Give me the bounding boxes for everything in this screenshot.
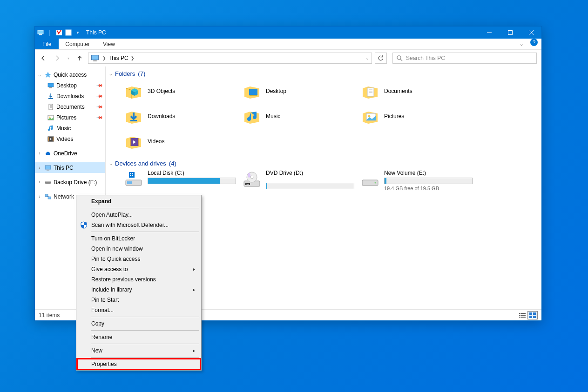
folder-desktop[interactable]: Desktop <box>243 80 359 102</box>
group-folders[interactable]: ⌵ Folders (7) <box>106 66 541 79</box>
tiles-view-button[interactable] <box>527 311 538 319</box>
menu-open-autoplay[interactable]: Open AutoPlay... <box>77 210 200 220</box>
svg-rect-59 <box>521 313 526 314</box>
refresh-button[interactable] <box>375 53 387 64</box>
chevron-right-icon[interactable]: › <box>37 179 42 185</box>
svg-rect-42 <box>138 138 139 146</box>
chevron-down-icon[interactable]: ⌵ <box>109 161 112 166</box>
menu-new[interactable]: New <box>77 345 200 356</box>
ribbon-collapse-icon[interactable]: ⌵ <box>516 39 527 49</box>
pin-icon: 📌 <box>96 103 103 110</box>
folder-icon <box>124 132 143 151</box>
ribbon-tab-computer[interactable]: Computer <box>59 39 96 49</box>
sidebar-item-label: Pictures <box>56 114 76 121</box>
folder-pictures[interactable]: Pictures <box>361 105 477 127</box>
chevron-right-icon[interactable]: › <box>37 165 42 170</box>
svg-rect-15 <box>49 104 53 110</box>
context-menu: ExpandOpen AutoPlay...Scan with Microsof… <box>76 195 202 371</box>
sidebar-item-music[interactable]: Music <box>35 123 105 133</box>
capacity-bar <box>384 178 473 184</box>
ribbon-tab-view[interactable]: View <box>96 39 122 49</box>
menu-scan-with-microsoft-defender[interactable]: Scan with Microsoft Defender... <box>77 220 200 230</box>
svg-rect-23 <box>53 137 54 141</box>
sidebar-item-documents[interactable]: Documents📌 <box>35 101 105 112</box>
search-box[interactable]: Search This PC <box>392 53 537 64</box>
chevron-down-icon[interactable]: ⌵ <box>109 71 112 76</box>
menu-separator <box>91 357 199 358</box>
menu-restore-previous-versions[interactable]: Restore previous versions <box>77 274 200 285</box>
folder-label: 3D Objects <box>148 88 175 94</box>
menu-turn-on-bitlocker[interactable]: Turn on BitLocker <box>77 233 200 244</box>
sidebar-item-pictures[interactable]: Pictures📌 <box>35 112 105 123</box>
close-button[interactable] <box>520 27 541 39</box>
menu-give-access-to[interactable]: Give access to <box>77 264 200 274</box>
sidebar-backup-drive[interactable]: › Backup Drive (F:) <box>35 177 105 187</box>
qat-separator: | <box>46 29 54 36</box>
help-icon[interactable]: ? <box>530 39 538 46</box>
forward-button[interactable] <box>52 53 63 64</box>
drive-label: New Volume (E:) <box>384 170 473 176</box>
folder-documents[interactable]: Documents <box>361 80 477 102</box>
sidebar-onedrive[interactable]: › OneDrive <box>35 148 105 159</box>
svg-point-39 <box>368 115 371 118</box>
up-button[interactable] <box>74 53 85 64</box>
menu-rename[interactable]: Rename <box>77 332 200 342</box>
folder-music[interactable]: Music <box>243 105 359 127</box>
chevron-right-icon[interactable]: › <box>37 151 42 156</box>
address-bar[interactable]: ❯ This PC ❯ ⌵ <box>88 53 372 64</box>
svg-rect-47 <box>132 173 133 174</box>
folder-downloads[interactable]: Downloads <box>124 105 241 127</box>
drive-f-hidden[interactable] <box>243 183 354 209</box>
drive-c[interactable]: Local Disk (C:) <box>124 170 241 196</box>
sidebar-item-videos[interactable]: Videos <box>35 133 105 144</box>
menu-format[interactable]: Format... <box>77 305 200 315</box>
sidebar-item-label: Network <box>54 193 74 200</box>
menu-properties[interactable]: Properties <box>77 359 200 369</box>
folder-3d-objects[interactable]: 3D Objects <box>124 80 241 102</box>
minimize-button[interactable] <box>479 27 500 39</box>
drive-e[interactable]: New Volume (E:) 19.4 GB free of 19.5 GB <box>361 170 477 196</box>
folder-label: Pictures <box>384 113 404 120</box>
properties-icon[interactable] <box>55 29 63 36</box>
svg-rect-65 <box>533 312 536 315</box>
folder-videos[interactable]: Videos <box>124 130 241 153</box>
new-folder-icon[interactable] <box>65 29 72 36</box>
sidebar-this-pc[interactable]: › This PC <box>35 162 105 173</box>
sidebar-item-label: Videos <box>56 136 73 142</box>
group-count: (7) <box>138 70 145 77</box>
sidebar-item-desktop[interactable]: Desktop📌 <box>35 80 105 91</box>
network-icon <box>44 193 52 200</box>
crumb-sep-icon[interactable]: ❯ <box>130 56 135 60</box>
sidebar-item-downloads[interactable]: Downloads📌 <box>35 91 105 101</box>
menu-label: Give access to <box>91 266 128 272</box>
sidebar-item-label: This PC <box>54 165 74 171</box>
ribbon-file-tab[interactable]: File <box>35 39 59 49</box>
address-dropdown-icon[interactable]: ⌵ <box>362 56 372 60</box>
menu-open-in-new-window[interactable]: Open in new window <box>77 244 200 254</box>
breadcrumb[interactable]: This PC <box>107 55 130 61</box>
status-item-count: 11 items <box>39 312 60 319</box>
recent-dropdown-icon[interactable]: ▾ <box>66 53 71 64</box>
menu-pin-to-quick-access[interactable]: Pin to Quick access <box>77 254 200 264</box>
chevron-down-icon[interactable]: ⌵ <box>37 72 42 77</box>
window-title: This PC <box>83 29 106 36</box>
this-pc-icon <box>37 29 44 36</box>
details-view-button[interactable] <box>517 311 527 319</box>
menu-pin-to-start[interactable]: Pin to Start <box>77 295 200 305</box>
menu-expand[interactable]: Expand <box>77 196 200 206</box>
chevron-right-icon[interactable]: › <box>37 194 42 199</box>
sidebar-quick-access[interactable]: ⌵ Quick access <box>35 69 105 80</box>
sidebar-item-label: Backup Drive (F:) <box>54 179 97 186</box>
svg-rect-24 <box>45 166 51 169</box>
group-drives[interactable]: ⌵ Devices and drives (4) <box>106 156 541 169</box>
folders-grid: 3D ObjectsDesktopDocumentsDownloadsMusic… <box>106 79 541 156</box>
qat-dropdown-icon[interactable]: ▼ <box>74 29 81 36</box>
maximize-button[interactable] <box>500 27 520 39</box>
svg-point-53 <box>248 173 250 178</box>
menu-include-in-library[interactable]: Include in library <box>77 285 200 295</box>
menu-copy[interactable]: Copy <box>77 319 200 329</box>
folder-icon <box>361 107 379 126</box>
back-button[interactable] <box>38 53 49 64</box>
svg-rect-28 <box>45 194 48 197</box>
crumb-sep-icon[interactable]: ❯ <box>101 56 107 60</box>
